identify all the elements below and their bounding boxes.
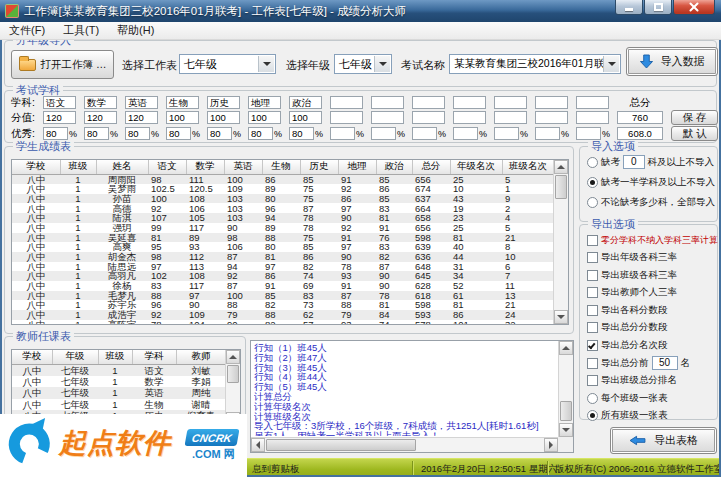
export-option-class-rates[interactable]: 导出班级各科三率 <box>587 269 714 281</box>
table-row[interactable]: 八中七年级1数学李娟 <box>12 376 226 388</box>
export-option-zero-score[interactable]: 零分学科不纳入学科三率计算 <box>587 234 714 246</box>
log-horizontal-scrollbar[interactable] <box>251 437 558 452</box>
subject-name-field[interactable]: 语文 <box>43 96 76 109</box>
table-row[interactable]: 八中七年级1生物谢晴 <box>12 399 226 411</box>
maximize-button[interactable] <box>644 0 672 15</box>
subject-excellent-field[interactable] <box>576 127 601 140</box>
export-option-grade-rates[interactable]: 导出年级各科三率 <box>587 252 714 264</box>
subject-name-field[interactable]: 政治 <box>289 96 322 109</box>
table-row[interactable]: 八中1高德9210610396879783664192 <box>12 203 554 213</box>
subject-score-field[interactable]: 120 <box>84 111 117 124</box>
subject-score-field[interactable] <box>535 111 568 124</box>
grade-select[interactable]: 七年级 <box>334 54 392 74</box>
table-row[interactable]: 八中1高羽凡1021089286749390645347 <box>12 271 554 281</box>
column-header[interactable]: 语文 <box>148 160 186 174</box>
export-option-subject-bands[interactable]: 导出各科分数段 <box>587 304 714 316</box>
save-button[interactable]: 保 存 <box>671 110 718 125</box>
subject-name-field[interactable]: 历史 <box>207 96 240 109</box>
radio-icon[interactable] <box>587 393 598 404</box>
subject-excellent-field[interactable] <box>412 127 437 140</box>
column-header[interactable]: 班级 <box>98 350 132 364</box>
table-row[interactable]: 八中1孙苗10010810380758685637439 <box>12 194 554 204</box>
scrollbar-thumb[interactable] <box>227 365 239 383</box>
menu-help[interactable]: 帮助(H) <box>108 21 163 40</box>
column-header[interactable]: 学校 <box>12 160 60 174</box>
subject-excellent-field[interactable] <box>535 127 560 140</box>
checkbox-icon[interactable] <box>587 305 598 316</box>
subject-excellent-field[interactable]: 80 <box>84 127 109 140</box>
subject-excellent-field[interactable]: 80 <box>125 127 150 140</box>
table-row[interactable]: 八中1高爽959310680859783639408 <box>12 242 554 252</box>
scroll-right-button[interactable] <box>544 438 558 452</box>
students-vertical-scrollbar[interactable] <box>553 160 568 324</box>
subject-name-field[interactable] <box>535 96 568 109</box>
column-header[interactable]: 政治 <box>376 160 412 174</box>
column-header[interactable]: 学校 <box>12 350 52 364</box>
checkbox-icon[interactable] <box>587 287 598 298</box>
column-header[interactable]: 学科 <box>132 350 176 364</box>
chevron-down-icon[interactable] <box>258 56 274 72</box>
subject-score-field[interactable]: 100 <box>289 111 322 124</box>
export-table-button[interactable]: 导出表格 <box>610 427 717 454</box>
subject-name-field[interactable]: 地理 <box>248 96 281 109</box>
scroll-down-button[interactable] <box>554 310 568 324</box>
column-header[interactable]: 数学 <box>186 160 224 174</box>
open-workbook-button[interactable]: 打开工作簿 … <box>11 50 114 79</box>
column-header[interactable]: 教师 <box>176 350 226 364</box>
subject-name-field[interactable]: 生物 <box>166 96 199 109</box>
scrollbar-thumb[interactable] <box>560 401 572 421</box>
import-option-skip-n[interactable]: 缺考 0 科及以上不导入 <box>587 156 714 168</box>
export-option-class-total-rank[interactable]: 导出班级总分排名 <box>587 375 714 387</box>
column-header[interactable]: 年级名次 <box>450 160 502 174</box>
import-option-skip-half[interactable]: 缺考一半学科及以上不导入 <box>587 176 714 188</box>
export-option-all-classes-one-sheet[interactable]: 所有班级一张表 <box>587 410 714 422</box>
scroll-up-button[interactable] <box>559 341 573 355</box>
subject-score-field[interactable] <box>494 111 527 124</box>
minimize-button[interactable] <box>615 0 643 15</box>
table-row[interactable]: 八中1胡金杰9811287818690826364410 <box>12 252 554 262</box>
scroll-down-button[interactable] <box>559 423 573 437</box>
subject-excellent-field[interactable]: 80 <box>289 127 314 140</box>
table-row[interactable]: 八中1陆思远971139497827887648316 <box>12 262 554 272</box>
import-option-import-all[interactable]: 不论缺考多少科，全部导入 <box>587 196 714 208</box>
export-option-top-n[interactable]: 导出总分前 50 名 <box>587 357 714 369</box>
table-row[interactable]: 八中1周雨阳9811110086859185656255 <box>12 174 554 184</box>
table-row[interactable]: 八中七年级1英语周纯 <box>12 387 226 399</box>
skip-count-input[interactable]: 0 <box>623 155 645 169</box>
export-option-total-bands[interactable]: 导出总分分数段 <box>587 322 714 334</box>
column-header[interactable]: 总分 <box>412 160 450 174</box>
scroll-up-button[interactable] <box>554 160 568 174</box>
subject-name-field[interactable] <box>576 96 609 109</box>
subject-score-field[interactable]: 120 <box>43 111 76 124</box>
table-row[interactable]: 八中1强玥991179089789291656255 <box>12 223 554 233</box>
table-row[interactable]: 八中1毛梦凡8897100858387786186113 <box>12 291 554 301</box>
worksheet-select[interactable]: 七年级 <box>179 54 276 74</box>
table-row[interactable]: 八中1徐杨8311787916991906285211 <box>12 281 554 291</box>
column-header[interactable]: 生物 <box>262 160 300 174</box>
subject-score-field[interactable] <box>576 111 609 124</box>
subject-excellent-field[interactable] <box>330 127 355 140</box>
radio-selected-icon[interactable] <box>587 410 598 421</box>
scroll-up-button[interactable] <box>226 350 240 364</box>
scrollbar-thumb[interactable] <box>555 175 567 199</box>
table-row[interactable]: 八中1成浩宇9210979886279845938624 <box>12 310 554 320</box>
subject-score-field[interactable]: 120 <box>125 111 158 124</box>
subject-score-field[interactable] <box>330 111 363 124</box>
column-header[interactable]: 英语 <box>224 160 262 174</box>
subject-name-field[interactable] <box>453 96 486 109</box>
subject-excellent-field[interactable]: 80 <box>207 127 232 140</box>
checkbox-checked-icon[interactable] <box>587 340 598 351</box>
checkbox-icon[interactable] <box>587 270 598 281</box>
top-n-input[interactable]: 50 <box>652 356 678 370</box>
scrollbar-thumb[interactable] <box>266 439 416 451</box>
subject-excellent-field[interactable]: 80 <box>43 127 68 140</box>
checkbox-icon[interactable] <box>587 235 598 246</box>
subject-score-field[interactable]: 100 <box>207 111 240 124</box>
column-header[interactable]: 年级 <box>52 350 98 364</box>
subject-excellent-field[interactable]: 80 <box>166 127 191 140</box>
close-button[interactable] <box>673 0 715 15</box>
log-vertical-scrollbar[interactable] <box>558 341 573 437</box>
column-header[interactable]: 姓名 <box>96 160 148 174</box>
menu-tools[interactable]: 工具(T) <box>54 21 108 40</box>
subject-score-field[interactable] <box>453 111 486 124</box>
